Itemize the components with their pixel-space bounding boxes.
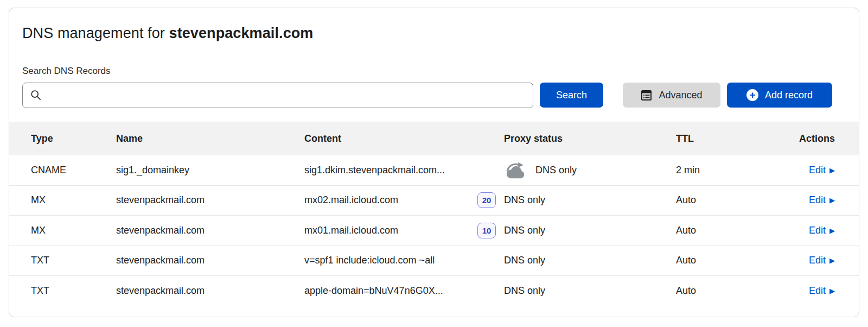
edit-link[interactable]: Edit▶ xyxy=(809,165,835,176)
record-name: stevenpackmail.com xyxy=(116,285,304,297)
chevron-right-icon: ▶ xyxy=(829,227,835,234)
advanced-button-label: Advanced xyxy=(659,90,702,101)
page-title-prefix: DNS management for xyxy=(22,25,169,41)
table-row: TXT stevenpackmail.com v=spf1 include:ic… xyxy=(9,246,859,276)
record-content: v=spf1 include:icloud.com ~all xyxy=(304,255,435,266)
column-header-name: Name xyxy=(116,133,304,144)
edit-link-label: Edit xyxy=(809,255,826,266)
record-ttl: Auto xyxy=(676,194,755,206)
record-type: TXT xyxy=(31,255,116,266)
table-row: MX stevenpackmail.com mx01.mail.icloud.c… xyxy=(9,216,859,246)
table-row: TXT stevenpackmail.com apple-domain=bNuV… xyxy=(9,276,859,306)
search-label: Search DNS Records xyxy=(9,42,859,82)
column-header-content: Content xyxy=(304,133,504,144)
dns-only-cloud-icon xyxy=(504,161,527,179)
record-ttl: 2 min xyxy=(676,165,755,176)
record-type: CNAME xyxy=(31,165,116,176)
advanced-button[interactable]: Advanced xyxy=(623,83,720,108)
proxy-status-text: DNS only xyxy=(504,285,545,297)
plus-icon: + xyxy=(746,89,758,101)
proxy-status-text: DNS only xyxy=(504,225,545,236)
dns-records-table: Type Name Content Proxy status TTL Actio… xyxy=(9,122,859,306)
column-header-actions: Actions xyxy=(755,133,835,144)
search-input-wrapper[interactable] xyxy=(22,83,533,108)
record-type: TXT xyxy=(31,285,116,297)
edit-link-label: Edit xyxy=(809,225,826,236)
chevron-right-icon: ▶ xyxy=(829,287,835,294)
edit-link-label: Edit xyxy=(809,165,826,176)
record-content: mx02.mail.icloud.com xyxy=(304,194,398,206)
record-content: sig1.dkim.stevenpackmail.com... xyxy=(304,165,445,176)
mx-priority-badge: 20 xyxy=(477,192,496,208)
record-name: sig1._domainkey xyxy=(116,165,304,176)
record-name: stevenpackmail.com xyxy=(116,255,304,266)
edit-link-label: Edit xyxy=(809,194,826,206)
table-row: CNAME sig1._domainkey sig1.dkim.stevenpa… xyxy=(9,155,859,186)
add-record-button-label: Add record xyxy=(765,90,813,101)
mx-priority-badge: 10 xyxy=(477,223,496,238)
search-input[interactable] xyxy=(47,90,525,100)
record-ttl: Auto xyxy=(676,285,755,297)
chevron-right-icon: ▶ xyxy=(829,167,835,174)
record-type: MX xyxy=(31,225,116,236)
search-button[interactable]: Search xyxy=(540,83,603,108)
proxy-status-text: DNS only xyxy=(504,255,545,266)
domain-name: stevenpackmail.com xyxy=(169,25,314,41)
page-title: DNS management for stevenpackmail.com xyxy=(9,8,859,42)
edit-link[interactable]: Edit▶ xyxy=(809,285,835,297)
record-ttl: Auto xyxy=(676,255,755,266)
chevron-right-icon: ▶ xyxy=(829,257,835,264)
edit-link-label: Edit xyxy=(809,285,826,297)
record-name: stevenpackmail.com xyxy=(116,225,304,236)
table-row: MX stevenpackmail.com mx02.mail.icloud.c… xyxy=(9,186,859,216)
edit-link[interactable]: Edit▶ xyxy=(809,194,835,206)
add-record-button[interactable]: + Add record xyxy=(727,83,832,108)
column-header-proxy-status: Proxy status xyxy=(504,133,676,144)
column-header-ttl: TTL xyxy=(676,133,755,144)
record-type: MX xyxy=(31,194,116,206)
chevron-right-icon: ▶ xyxy=(829,197,835,204)
proxy-status-text: DNS only xyxy=(504,194,545,206)
record-name: stevenpackmail.com xyxy=(116,194,304,206)
search-icon xyxy=(30,90,41,100)
edit-link[interactable]: Edit▶ xyxy=(809,225,835,236)
record-ttl: Auto xyxy=(676,225,755,236)
column-header-type: Type xyxy=(31,133,116,144)
list-document-icon xyxy=(641,90,652,101)
record-content: mx01.mail.icloud.com xyxy=(304,225,398,236)
record-content: apple-domain=bNuV47n6G0X... xyxy=(304,285,443,297)
table-header-row: Type Name Content Proxy status TTL Actio… xyxy=(9,122,859,155)
edit-link[interactable]: Edit▶ xyxy=(809,255,835,266)
proxy-status-text: DNS only xyxy=(535,165,577,176)
toolbar: Search Advanced + Add record xyxy=(9,82,859,108)
dns-management-card: DNS management for stevenpackmail.com Se… xyxy=(9,8,859,317)
